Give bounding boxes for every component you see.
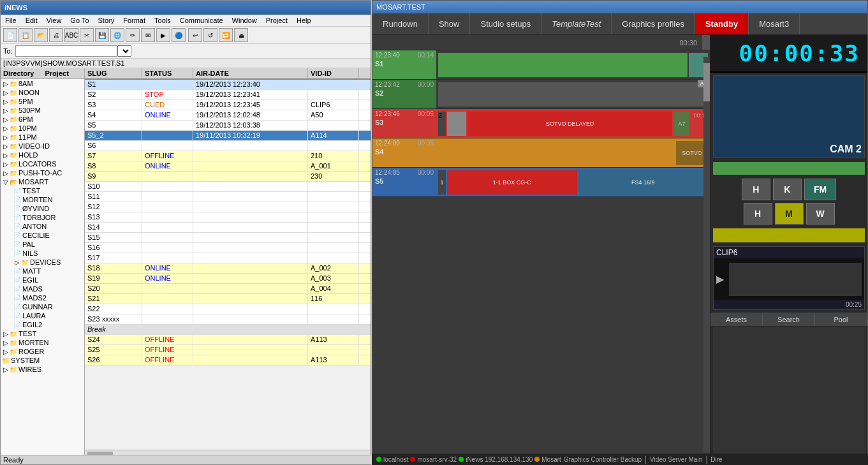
sidebar-item-oyvind[interactable]: 📄ØYVIND	[1, 204, 84, 213]
table-row[interactable]: S21116	[85, 294, 371, 304]
nav-rundown[interactable]: Rundown	[372, 13, 429, 34]
table-row[interactable]: S8 ONLINE A_001	[85, 161, 371, 172]
sidebar-item-videoid[interactable]: ▷📁VIDEO-ID	[1, 142, 84, 151]
toolbar-btn-11[interactable]: ▶	[156, 28, 170, 42]
menu-story[interactable]: Story	[96, 16, 117, 25]
table-row[interactable]: S25OFFLINE	[85, 345, 371, 355]
toolbar-btn-13[interactable]: ↩	[188, 28, 202, 42]
sidebar-item-nils[interactable]: 📄NILS	[1, 249, 84, 258]
nav-graphics-profiles[interactable]: Graphics profiles	[612, 13, 695, 34]
table-row[interactable]: S11	[85, 192, 371, 202]
sidebar-item-locators[interactable]: ▷📁LOCATORS	[1, 159, 84, 168]
table-row[interactable]: S15	[85, 233, 371, 243]
table-row[interactable]: S14	[85, 223, 371, 233]
toolbar-btn-15[interactable]: 🔁	[219, 28, 233, 42]
sidebar-item-matt[interactable]: 📄MATT	[1, 267, 84, 276]
ctrl-btn-w[interactable]: W	[806, 203, 835, 225]
timeline-row-s1[interactable]: 12:23:40 00:14 S1	[372, 50, 710, 80]
sidebar-item-test2[interactable]: ▷📁TEST	[1, 329, 84, 338]
pool-tab[interactable]: Pool	[815, 313, 867, 326]
menu-view[interactable]: View	[45, 16, 64, 25]
toolbar-btn-16[interactable]: ⏏	[234, 28, 248, 42]
timeline-vscroll[interactable]	[703, 57, 710, 453]
table-row[interactable]: S20A_004	[85, 284, 371, 294]
toolbar-btn-8[interactable]: 🌐	[110, 28, 124, 42]
toolbar-btn-7[interactable]: 💾	[95, 28, 109, 42]
menu-help[interactable]: Help	[295, 16, 313, 25]
sidebar-item-roger[interactable]: ▷📁ROGER	[1, 347, 84, 356]
toolbar-btn-9[interactable]: ✏	[126, 28, 140, 42]
table-row[interactable]: S4 ONLINE 19/12/2013 12:02:48 A50	[85, 110, 371, 121]
timeline-row-s4[interactable]: 12:24:00 00:05 S4 SOTVO	[372, 138, 710, 168]
sidebar-item-test1[interactable]: 📄TEST	[1, 186, 84, 195]
sidebar-item-anton[interactable]: 📄ANTON	[1, 222, 84, 231]
sidebar-item-mads[interactable]: 📄MADS	[1, 284, 84, 293]
sidebar-item-8am[interactable]: ▷📁8AM	[1, 79, 84, 88]
search-tab[interactable]: Search	[763, 313, 815, 326]
sidebar-item-pal[interactable]: 📄PAL	[1, 240, 84, 249]
menu-communicate[interactable]: Communicate	[178, 16, 225, 25]
menu-format[interactable]: Format	[121, 16, 147, 25]
sidebar-item-morten2[interactable]: ▷📁MORTEN	[1, 338, 84, 347]
table-row[interactable]: S19ONLINEA_003	[85, 274, 371, 284]
table-row[interactable]: S6	[85, 141, 371, 151]
toolbar-btn-5[interactable]: ABC	[64, 28, 78, 42]
sidebar-item-6pm[interactable]: ▷📁6PM	[1, 115, 84, 124]
table-row[interactable]: S12	[85, 202, 371, 212]
table-row[interactable]: S17	[85, 253, 371, 263]
table-row[interactable]: S5 19/12/2013 12:03:38	[85, 121, 371, 131]
toolbar-btn-2[interactable]: 📋	[18, 28, 33, 42]
sidebar-item-mosart[interactable]: ▽📂MOSART	[1, 177, 84, 186]
sidebar-item-530pm[interactable]: ▷📁530PM	[1, 106, 84, 115]
table-row[interactable]: S23 xxxxx	[85, 314, 371, 325]
toolbar-btn-3[interactable]: 📂	[34, 28, 48, 42]
sidebar-item-wires[interactable]: ▷📁WIRES	[1, 365, 84, 374]
menu-goto[interactable]: Go To	[68, 16, 91, 25]
sidebar-item-11pm[interactable]: ▷📁11PM	[1, 133, 84, 142]
ctrl-btn-fm[interactable]: FM	[804, 179, 836, 200]
sidebar-item-egil2[interactable]: 📄EGIL2	[1, 320, 84, 329]
sidebar-item-noon[interactable]: ▷📁NOON	[1, 88, 84, 97]
table-row[interactable]: S2 STOP 19/12/2013 12:23:41	[85, 90, 371, 100]
table-row[interactable]: S24OFFLINEA113	[85, 335, 371, 345]
sidebar-item-mads2[interactable]: 📄MADS2	[1, 293, 84, 302]
menu-file[interactable]: File	[3, 16, 18, 25]
nav-studio-setups[interactable]: Studio setups	[470, 13, 541, 34]
table-row[interactable]: S3 CUED 19/12/2013 12:23:45 CLIP6	[85, 100, 371, 110]
sidebar-item-morten1[interactable]: 📄MORTEN	[1, 195, 84, 204]
play-icon[interactable]: ▶	[714, 270, 726, 288]
sidebar-item-gunnar[interactable]: 📄GUNNAR	[1, 302, 84, 311]
toolbar-btn-12[interactable]: 🔵	[172, 28, 186, 42]
sidebar-item-laura[interactable]: 📄LAURA	[1, 311, 84, 320]
nav-standby[interactable]: Standby	[695, 13, 749, 34]
ctrl-btn-h2[interactable]: H	[744, 203, 772, 225]
table-row[interactable]: S1 19/12/2013 12:23:40	[85, 80, 371, 90]
ctrl-btn-m[interactable]: M	[775, 203, 804, 225]
timeline-row-s3[interactable]: 12:23:46 00:05 S3 2 SOTVO DELAYED A7 00:…	[372, 109, 710, 138]
table-row[interactable]: S7 OFFLINE 210	[85, 151, 371, 161]
nav-show[interactable]: Show	[429, 13, 471, 34]
assets-tab[interactable]: Assets	[710, 313, 763, 326]
menu-edit[interactable]: Edit	[24, 16, 40, 25]
toolbar-btn-1[interactable]: 📄	[3, 28, 17, 42]
sidebar-item-hold[interactable]: ▷📁HOLD	[1, 151, 84, 159]
sidebar-item-egil[interactable]: 📄EGIL	[1, 276, 84, 284]
sidebar-item-cecilie[interactable]: 📄CECILIE	[1, 231, 84, 240]
sidebar-item-system[interactable]: 📁SYSTEM	[1, 356, 84, 365]
menu-window[interactable]: Window	[230, 16, 259, 25]
table-row[interactable]: S13	[85, 212, 371, 223]
ctrl-btn-k[interactable]: K	[773, 179, 802, 200]
sidebar-item-10pm[interactable]: ▷📁10PM	[1, 124, 84, 133]
table-row[interactable]: S16	[85, 243, 371, 253]
timeline-row-s5[interactable]: 12:24:05 00:00 S5 1 1-1 BOX CG-C FS4 16/…	[372, 168, 710, 197]
table-row[interactable]: S26OFFLINEA113	[85, 355, 371, 365]
address-input[interactable]	[15, 45, 117, 57]
ctrl-btn-h1[interactable]: H	[742, 179, 770, 200]
nav-templatetest[interactable]: TemplateTest	[541, 13, 612, 34]
sidebar-item-devices[interactable]: ▷📁DEVICES	[1, 258, 84, 267]
sidebar-item-pushtoac[interactable]: ▷📁PUSH-TO-AC	[1, 168, 84, 177]
table-row[interactable]: S10	[85, 182, 371, 192]
table-row[interactable]: S18ONLINEA_002	[85, 263, 371, 274]
sidebar-item-torbjor[interactable]: 📄TORBJOR	[1, 213, 84, 222]
toolbar-btn-6[interactable]: ✂	[80, 28, 94, 42]
